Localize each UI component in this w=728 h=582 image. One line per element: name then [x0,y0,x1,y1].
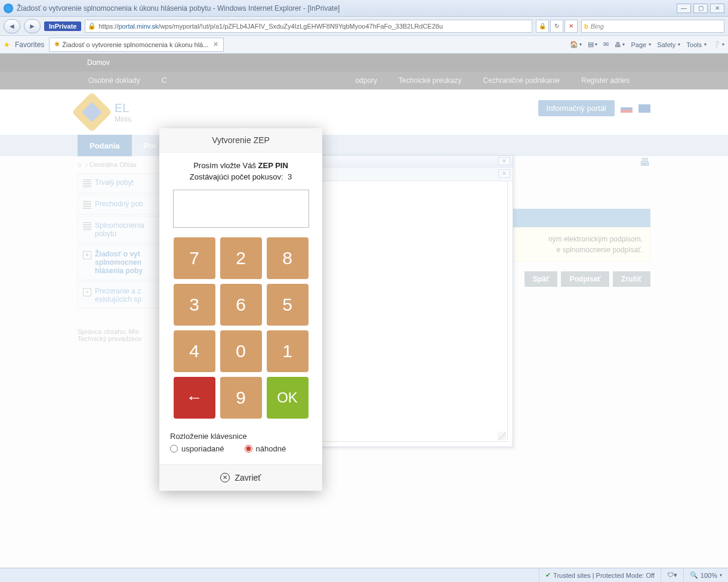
inprivate-badge: InPrivate [44,21,81,31]
status-trusted: ✔ Trusted sites | Protected Mode: Off [539,568,661,582]
back-button[interactable]: ◄ [4,19,20,33]
layout-ordered-radio[interactable]: usporiadané [170,444,224,453]
status-zoom[interactable]: 🔍 100% ▾ [683,568,728,582]
status-security-icon[interactable]: 🛡▾ [661,568,683,582]
dialog-title: Vytvorenie ZEP [159,128,322,153]
tab-close-icon[interactable]: ✕ [213,41,218,48]
keypad-key[interactable]: 7 [174,237,215,279]
keypad-key[interactable]: 3 [174,284,215,326]
keypad-key[interactable]: 5 [267,284,309,326]
zoom-icon: 🔍 [690,571,698,579]
keypad-backspace[interactable]: ← [174,377,215,419]
keypad-key[interactable]: 0 [220,330,262,372]
window-title: Žiadosť o vytvorenie splnomocnenia k úko… [17,4,340,13]
mail-icon[interactable]: ✉ [603,41,609,48]
status-bar: ✔ Trusted sites | Protected Mode: Off 🛡▾… [0,568,728,582]
close-window-button[interactable]: ✕ [710,4,724,13]
favorites-star-icon[interactable]: ★ [4,41,10,49]
browser-nav-bar: ◄ ► InPrivate 🔒 https://portal.minv.sk/w… [0,17,728,36]
ie-icon [4,4,13,13]
pin-display[interactable] [173,190,309,228]
keyboard-layout-label: Rozloženie klávesnice [170,432,311,441]
forward-button[interactable]: ► [24,19,41,33]
keypad-key[interactable]: 8 [267,237,309,279]
pin-keypad: 7 2 8 3 6 5 4 0 1 ← 9 OK [170,237,311,419]
favorites-bar: ★ Favorites ✺ Žiadosť o vytvorenie splno… [0,36,728,54]
page-viewport: Domov Osobné doklady C odpory Technické … [0,54,728,582]
minimize-button[interactable]: — [677,4,691,13]
keypad-key[interactable]: 4 [174,330,215,372]
dialog-close-button[interactable]: ✕ Zavrieť [159,464,322,491]
help-icon[interactable]: ❔▾ [712,41,724,48]
favorites-label[interactable]: Favorites [15,41,44,49]
tab-favicon: ✺ [54,41,60,48]
print-icon[interactable]: 🖶▾ [615,41,625,48]
modal-backdrop [0,54,728,582]
keypad-ok[interactable]: OK [267,377,309,419]
window-titlebar: Žiadosť o vytvorenie splnomocnenia k úko… [0,0,728,17]
tools-menu[interactable]: Tools [686,41,707,48]
keypad-key[interactable]: 1 [267,330,309,372]
zep-pin-dialog: Vytvorenie ZEP Prosím vložte Váš ZEP PIN… [159,128,322,491]
lock-icon: 🔒 [88,22,96,30]
check-icon: ✔ [545,571,551,579]
safety-menu[interactable]: Safety [657,41,680,48]
pin-prompt: Prosím vložte Váš ZEP PIN [170,161,311,170]
bing-icon: b [584,23,588,30]
keypad-key[interactable]: 6 [220,284,262,326]
keypad-key[interactable]: 2 [220,237,262,279]
home-icon[interactable]: 🏠▾ [570,41,582,48]
address-bar[interactable]: 🔒 https://portal.minv.sk/wps/myportal/!u… [85,20,532,33]
browser-tab[interactable]: ✺ Žiadosť o vytvorenie splnomocnenia k ú… [49,38,224,52]
ssl-lock-icon[interactable]: 🔒 [536,20,549,33]
pin-attempts: Zostávajúci počet pokusov: 3 [170,172,311,181]
page-menu[interactable]: Page [631,41,651,48]
refresh-button[interactable]: ↻ [550,20,563,33]
close-icon: ✕ [220,473,230,482]
keypad-key[interactable]: 9 [220,377,262,419]
search-box[interactable]: b Bing [581,20,724,33]
layout-random-radio[interactable]: náhodné [245,444,286,453]
feeds-icon[interactable]: ▤▾ [588,41,597,48]
maximize-button[interactable]: ▢ [693,4,708,13]
stop-button[interactable]: ✕ [564,20,578,33]
